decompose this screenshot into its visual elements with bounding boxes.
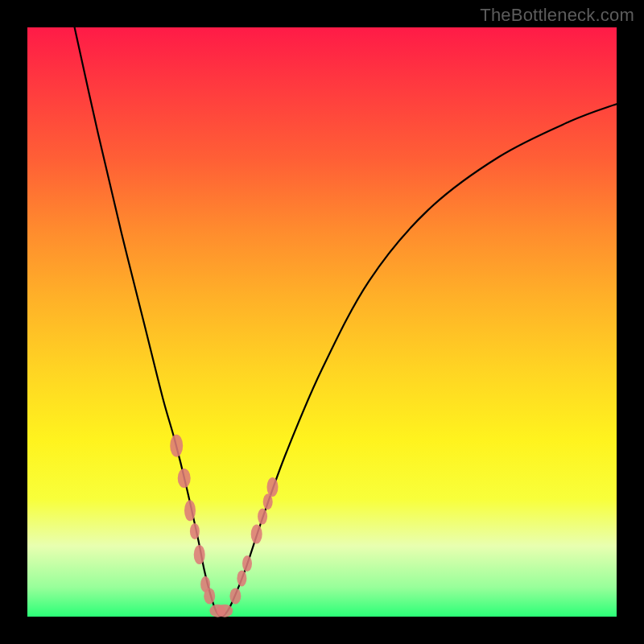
marker-point (217, 605, 233, 617)
marker-point (251, 525, 262, 544)
marker-point (190, 523, 200, 539)
marker-point (184, 500, 196, 521)
marker-point (237, 570, 246, 586)
marker-point (242, 555, 252, 572)
markers-group (170, 435, 278, 617)
plot-area (27, 27, 617, 617)
marker-point (170, 435, 183, 457)
marker-point (229, 588, 241, 604)
marker-point (258, 509, 267, 525)
marker-point (267, 477, 279, 497)
watermark-text: TheBottleneck.com (480, 5, 634, 26)
marker-point (178, 469, 191, 488)
chart-svg (27, 27, 617, 617)
marker-point (204, 588, 215, 604)
chart-frame: TheBottleneck.com (0, 0, 644, 644)
bottleneck-curve (75, 27, 617, 617)
marker-point (194, 545, 205, 564)
